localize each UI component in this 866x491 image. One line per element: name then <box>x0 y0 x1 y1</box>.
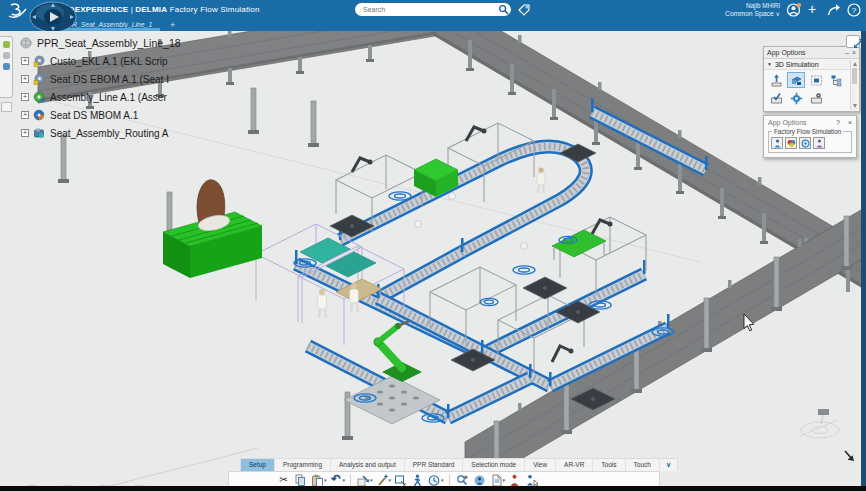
tree-root-label: PPR_Seat_Assembly_Line_18 <box>37 37 181 49</box>
tree-node[interactable]: + Custo_EKL A.1 (EKL Scrip <box>14 52 181 70</box>
3ds-logo[interactable] <box>6 2 30 19</box>
expand-icon[interactable]: + <box>21 129 29 137</box>
group-label: Factory Flow Simulation <box>772 128 843 135</box>
mbom-icon <box>33 109 45 121</box>
document-dropdown-caret[interactable]: ▾ <box>503 477 506 483</box>
worker <box>537 167 545 193</box>
user-info[interactable]: Najib MHIRI Common Space ∨ <box>725 2 780 18</box>
tab-ppr-standard[interactable]: PPR Standard <box>405 459 464 471</box>
tree-node[interactable]: + Seat DS MBOM A.1 <box>14 106 181 124</box>
app-options-panel: App Options – × ▼ 3D Simulation <box>763 46 860 112</box>
section-3d-simulation[interactable]: ▼ 3D Simulation <box>764 59 859 70</box>
application-window: 3DEXPERIENCE | DELMIA Factory Flow Simul… <box>0 0 866 491</box>
options-tray-button[interactable] <box>807 90 825 106</box>
routing-icon <box>33 127 45 139</box>
action-bar-icons: ✂ ▾ ↶▾ ▾ ▾ ▾ ▾ <box>228 471 660 487</box>
validate-tray-button[interactable] <box>767 90 785 106</box>
play-simulation-button[interactable] <box>787 72 805 88</box>
panel-scrollbar[interactable] <box>850 60 858 110</box>
frame-capture-button[interactable] <box>807 72 825 88</box>
svg-text:?: ? <box>852 6 857 15</box>
new-tab-button[interactable]: + <box>170 20 175 30</box>
tab-view[interactable]: View <box>525 459 556 471</box>
sequence-tree-button[interactable] <box>827 72 845 88</box>
flow-globe-button[interactable] <box>799 137 811 149</box>
taskbar-strip <box>0 486 866 491</box>
expand-icon[interactable]: + <box>21 111 29 119</box>
tree-root-node[interactable]: PPR_Seat_Assembly_Line_18 <box>14 34 181 52</box>
scroll-thumb <box>852 68 857 84</box>
clock-dropdown-caret[interactable]: ▾ <box>441 477 444 483</box>
search-icon[interactable] <box>497 4 511 15</box>
resize-handle-icon[interactable] <box>845 451 854 461</box>
export-simulation-button[interactable] <box>767 72 785 88</box>
dock-icon-green[interactable] <box>3 41 10 48</box>
app-name: Factory Flow Simulation <box>170 5 260 14</box>
expand-icon[interactable]: + <box>21 57 29 65</box>
tree-node[interactable]: + Assembly_Line A.1 (Asser <box>14 88 181 106</box>
workspace-selector: Common Space ∨ <box>725 10 780 18</box>
ground-compass-ghost[interactable] <box>800 409 839 438</box>
close-icon[interactable]: × <box>848 119 852 126</box>
paste-dropdown-caret[interactable]: ▾ <box>324 477 327 483</box>
tab-analysis-and-output[interactable]: Analysis and output <box>331 459 405 471</box>
tree-node-label: Seat_Assembly_Routing A <box>50 128 168 139</box>
expand-viewport-button[interactable] <box>846 35 860 48</box>
color-layers-button[interactable] <box>785 137 797 149</box>
expand-icon[interactable]: + <box>21 93 29 101</box>
user-name: Najib MHIRI <box>725 2 780 10</box>
worker-blue-button[interactable] <box>771 137 783 149</box>
floor-edge-line <box>40 448 258 491</box>
worker-purple-button[interactable] <box>813 137 825 149</box>
tree-node-label: Seat DS MBOM A.1 <box>50 110 138 121</box>
tree-node-label: Assembly_Line A.1 (Asser <box>50 92 167 103</box>
app-title: 3DEXPERIENCE | DELMIA Factory Flow Simul… <box>64 5 260 14</box>
collapsed-panel-dock[interactable] <box>0 36 13 98</box>
tab-ar-vr[interactable]: AR-VR <box>556 459 593 471</box>
app-options-dialog: App Options ? × Factory Flow Simulation <box>763 115 857 158</box>
tab-tools[interactable]: Tools <box>593 459 625 471</box>
ebom-icon <box>33 73 45 85</box>
chevron-down-icon: ∨ <box>776 11 780 17</box>
close-icon[interactable]: × <box>852 49 856 56</box>
process-gear-button[interactable] <box>787 90 805 106</box>
template-dropdown-caret[interactable]: ▾ <box>370 477 373 483</box>
help-icon[interactable]: ? <box>836 119 840 126</box>
dock-icon-gray[interactable] <box>3 52 10 59</box>
scroll-down-icon <box>853 104 857 108</box>
navigation-compass[interactable] <box>28 1 78 31</box>
app-brand: DELMIA <box>135 5 167 14</box>
tab-selection-mode[interactable]: Selection mode <box>463 459 525 471</box>
notification-dot <box>797 3 801 7</box>
top-bar: 3DEXPERIENCE | DELMIA Factory Flow Simul… <box>0 0 866 20</box>
minimize-icon[interactable]: – <box>845 49 849 56</box>
add-content-button[interactable]: + <box>804 2 820 18</box>
product-globe-icon <box>20 37 32 49</box>
scroll-up-icon <box>853 62 857 66</box>
tag-icon[interactable] <box>517 3 531 17</box>
window-edge <box>861 20 866 487</box>
share-icon[interactable] <box>826 2 842 18</box>
expand-icon[interactable]: + <box>21 75 29 83</box>
robot-arm <box>378 342 402 368</box>
action-bar-tabs: Setup Programming Analysis and output PP… <box>240 458 678 471</box>
tree-node[interactable]: + Seat_Assembly_Routing A <box>14 124 181 142</box>
tab-setup[interactable]: Setup <box>241 459 275 471</box>
tree-node[interactable]: + Seat DS EBOM A.1 (Seat I <box>14 70 181 88</box>
create-dropdown-caret[interactable]: ▾ <box>389 477 392 483</box>
green-seat-table[interactable] <box>163 180 262 278</box>
undo-dropdown-caret[interactable]: ▾ <box>343 477 346 483</box>
global-search <box>355 3 511 16</box>
profile-avatar-icon[interactable] <box>786 2 802 18</box>
panel-title: App Options <box>767 49 806 56</box>
tab-programming[interactable]: Programming <box>275 459 331 471</box>
factory-flow-simulation-group: Factory Flow Simulation <box>768 131 852 153</box>
ribbon-overflow-caret[interactable]: ∨ <box>660 459 677 471</box>
help-icon[interactable]: ? <box>846 2 862 18</box>
dock-mini-button[interactable] <box>1 102 12 112</box>
dock-icon-blue[interactable] <box>3 63 10 70</box>
assembly-line-icon <box>33 91 45 103</box>
search-input[interactable] <box>355 4 497 15</box>
parts-pallet <box>344 376 440 424</box>
tab-touch[interactable]: Touch <box>626 459 660 471</box>
